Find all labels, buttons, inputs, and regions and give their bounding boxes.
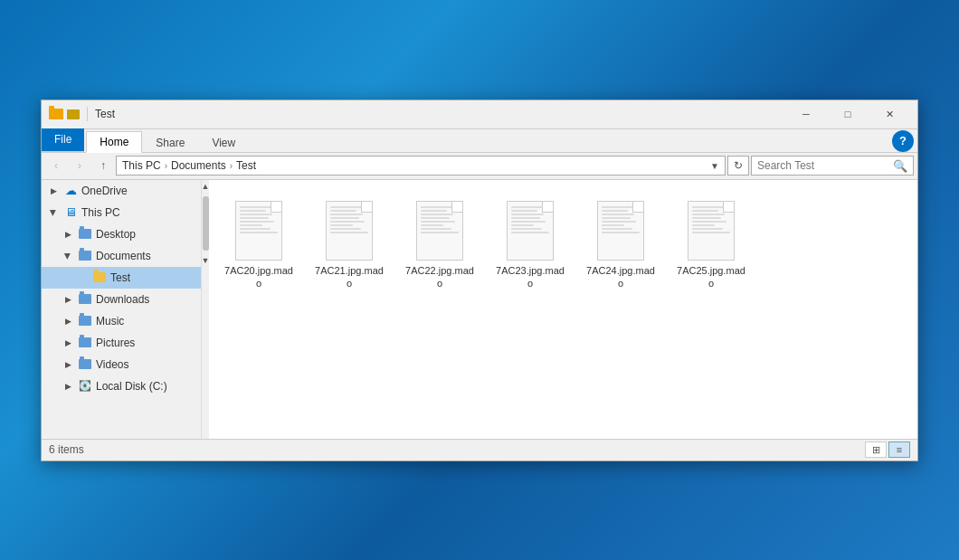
sidebar-label-videos: Videos <box>96 358 128 371</box>
sidebar-item-localdisk[interactable]: ▶ 💽 Local Disk (C:) <box>42 375 201 397</box>
pc-icon: 🖥 <box>63 205 78 220</box>
sidebar-label-downloads: Downloads <box>96 293 149 306</box>
path-arrow-2: › <box>230 161 233 171</box>
forward-button[interactable]: › <box>69 156 90 176</box>
tab-home[interactable]: Home <box>86 131 142 153</box>
file-line <box>240 232 278 233</box>
address-path[interactable]: This PC › Documents › Test ▼ <box>116 156 726 176</box>
pictures-folder-icon <box>78 336 92 350</box>
file-name-1: 7AC21.jpg.mado <box>315 264 384 290</box>
status-items-count: 6 items <box>49 443 865 456</box>
file-line <box>421 228 451 230</box>
localdisk-expand-arrow: ▶ <box>62 380 74 393</box>
music-expand-arrow: ▶ <box>62 315 74 327</box>
path-segment-pc: This PC <box>122 159 161 172</box>
sidebar-item-onedrive[interactable]: ▶ ☁ OneDrive <box>42 180 201 202</box>
test-folder-icon <box>92 271 107 285</box>
sidebar-item-desktop[interactable]: ▶ Desktop <box>42 223 201 245</box>
list-item[interactable]: 7AC23.jpg.mado <box>489 189 571 297</box>
explorer-window: Test ─ □ ✕ File Home Share View ? ‹ › ↑ … <box>41 100 918 461</box>
file-icon-5 <box>684 195 738 261</box>
pictures-expand-arrow: ▶ <box>62 337 74 349</box>
file-page-4 <box>597 201 644 261</box>
sidebar-label-music: Music <box>96 315 124 327</box>
sidebar-item-test[interactable]: ▶ Test <box>42 267 201 289</box>
list-item[interactable]: 7AC21.jpg.mado <box>309 189 390 297</box>
status-bar: 6 items ⊞ ≡ <box>42 439 917 460</box>
scroll-thumb[interactable] <box>203 196 209 251</box>
file-line <box>421 221 455 223</box>
file-line <box>692 232 730 233</box>
search-input[interactable] <box>757 159 893 172</box>
path-dropdown-arrow[interactable]: ▼ <box>710 161 719 171</box>
sidebar: ▶ ☁ OneDrive ▶ 🖥 This PC ▶ Desktop <box>42 180 201 439</box>
file-name-4: 7AC24.jpg.mado <box>586 264 655 290</box>
ribbon: File Home Share View ? <box>42 129 917 153</box>
onedrive-expand-arrow: ▶ <box>47 185 60 197</box>
file-line <box>511 210 537 212</box>
file-icon-3 <box>503 195 557 261</box>
file-icon-4 <box>593 195 648 261</box>
sidebar-item-music[interactable]: ▶ Music <box>42 310 201 332</box>
minimize-button[interactable]: ─ <box>785 100 827 128</box>
maximize-button[interactable]: □ <box>827 100 869 128</box>
help-button[interactable]: ? <box>892 130 914 152</box>
close-button[interactable]: ✕ <box>869 100 910 128</box>
sidebar-item-thispc[interactable]: ▶ 🖥 This PC <box>42 202 201 223</box>
file-line <box>692 224 715 226</box>
file-line <box>330 214 363 215</box>
list-item[interactable]: 7AC20.jpg.mado <box>218 189 299 297</box>
documents-folder-icon <box>78 249 92 263</box>
search-box[interactable]: 🔍 <box>751 156 914 176</box>
up-button[interactable]: ↑ <box>92 156 114 176</box>
file-line <box>602 210 628 212</box>
file-name-0: 7AC20.jpg.mado <box>224 264 293 290</box>
back-button[interactable]: ‹ <box>45 156 67 176</box>
view-buttons: ⊞ ≡ <box>865 441 910 458</box>
sidebar-label-onedrive: OneDrive <box>81 185 128 197</box>
file-name-2: 7AC22.jpg.mado <box>405 264 474 290</box>
file-line <box>511 224 534 226</box>
file-line <box>330 210 356 212</box>
file-page-corner <box>723 202 734 213</box>
file-line <box>240 214 272 215</box>
file-line <box>421 210 447 212</box>
list-item[interactable]: 7AC24.jpg.mado <box>580 189 661 297</box>
videos-folder-icon <box>78 357 92 372</box>
file-page-2 <box>416 201 463 261</box>
file-area: 7AC20.jpg.mado 7AC21 <box>209 180 917 439</box>
sidebar-item-documents[interactable]: ▶ Documents <box>42 245 201 267</box>
file-line <box>240 221 274 223</box>
tab-file[interactable]: File <box>42 128 84 152</box>
search-icon[interactable]: 🔍 <box>893 159 907 173</box>
sidebar-item-pictures[interactable]: ▶ Pictures <box>42 332 201 354</box>
sidebar-item-downloads[interactable]: ▶ Downloads <box>42 289 201 310</box>
file-line <box>421 217 450 219</box>
sidebar-label-pictures: Pictures <box>96 337 135 349</box>
file-line <box>421 214 453 215</box>
documents-expand-arrow: ▶ <box>62 250 74 262</box>
refresh-button[interactable]: ↻ <box>727 156 749 176</box>
file-line <box>511 228 542 230</box>
sidebar-label-documents: Documents <box>96 250 151 262</box>
onedrive-icon: ☁ <box>63 184 78 198</box>
title-bar-icons <box>49 109 80 119</box>
file-line <box>511 232 549 233</box>
file-line <box>602 224 624 226</box>
sidebar-scrollbar[interactable]: ▲ ▼ <box>201 180 209 439</box>
sidebar-item-videos[interactable]: ▶ Videos <box>42 354 201 375</box>
file-line <box>511 217 540 219</box>
list-item[interactable]: 7AC25.jpg.mado <box>670 189 752 297</box>
sidebar-label-test: Test <box>110 271 130 284</box>
list-item[interactable]: 7AC22.jpg.mado <box>399 189 480 297</box>
file-line <box>240 224 262 226</box>
grid-view-button[interactable]: ⊞ <box>865 441 887 458</box>
window-controls: ─ □ ✕ <box>785 100 910 128</box>
title-bar: Test ─ □ ✕ <box>42 100 917 129</box>
tab-view[interactable]: View <box>198 132 249 153</box>
file-page-5 <box>688 201 735 261</box>
list-view-button[interactable]: ≡ <box>888 441 910 458</box>
file-line <box>240 228 271 230</box>
tab-share[interactable]: Share <box>142 132 198 153</box>
file-icon-2 <box>413 195 467 261</box>
